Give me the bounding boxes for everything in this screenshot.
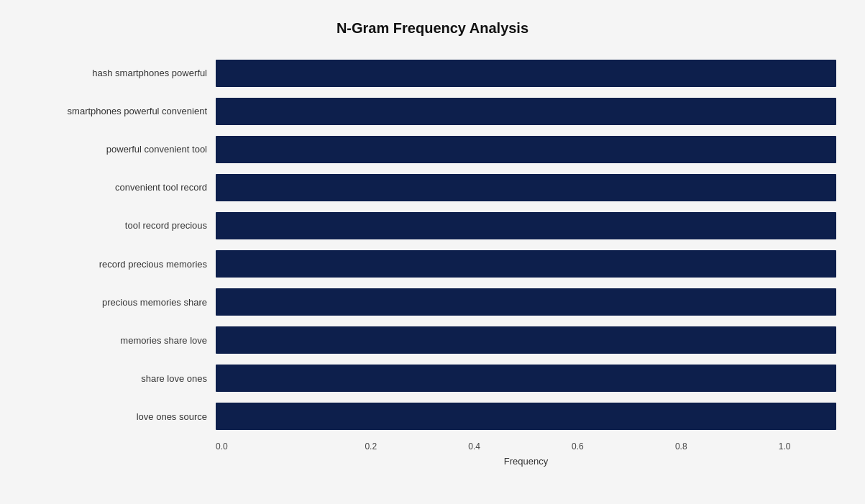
bar-track [216,250,836,278]
bar-track [216,326,836,354]
bar-track [216,136,836,163]
bar-track [216,365,836,392]
bar-track [216,212,836,239]
bar-label: record precious memories [29,259,216,270]
x-tick: 0.0 [216,441,319,452]
x-tick: 0.8 [629,441,733,452]
x-tick: 0.2 [319,441,423,452]
bar-label: precious memories share [29,297,216,308]
bar-fill [216,403,836,430]
bar-fill [216,98,836,125]
bar-fill [216,60,836,87]
bar-track [216,403,836,430]
bar-track [216,98,836,125]
bar-fill [216,365,836,392]
bar-track [216,288,836,316]
bar-row: powerful convenient tool [29,130,836,168]
bar-fill [216,326,836,354]
bar-label: love ones source [29,411,216,422]
chart-title: N-Gram Frequency Analysis [29,14,836,37]
bar-fill [216,174,836,201]
bar-fill [216,136,836,163]
bar-row: tool record precious [29,206,836,244]
bar-row: precious memories share [29,283,836,321]
bar-track [216,174,836,201]
bar-row: share love ones [29,359,836,398]
bar-label: share love ones [29,373,216,384]
bar-row: smartphones powerful convenient [29,92,836,130]
bar-row: record precious memories [29,244,836,283]
chart-container: N-Gram Frequency Analysis hash smartphon… [0,0,865,504]
chart-area: hash smartphones powerfulsmartphones pow… [29,54,836,436]
bar-label: tool record precious [29,220,216,231]
bar-fill [216,212,836,239]
bar-fill [216,288,836,316]
bar-row: love ones source [29,398,836,436]
x-tick: 0.4 [423,441,526,452]
bar-label: convenient tool record [29,182,216,193]
bar-row: memories share love [29,321,836,359]
x-axis-label: Frequency [216,456,836,467]
bar-label: powerful convenient tool [29,144,216,155]
x-tick: 1.0 [733,441,836,452]
bar-fill [216,250,836,278]
x-axis: 0.00.20.40.60.81.0 [216,441,836,452]
x-tick: 0.6 [526,441,629,452]
bar-label: hash smartphones powerful [29,68,216,78]
bar-row: hash smartphones powerful [29,54,836,92]
bar-label: memories share love [29,335,216,346]
bar-row: convenient tool record [29,168,836,206]
bar-label: smartphones powerful convenient [29,106,216,116]
bar-track [216,60,836,87]
